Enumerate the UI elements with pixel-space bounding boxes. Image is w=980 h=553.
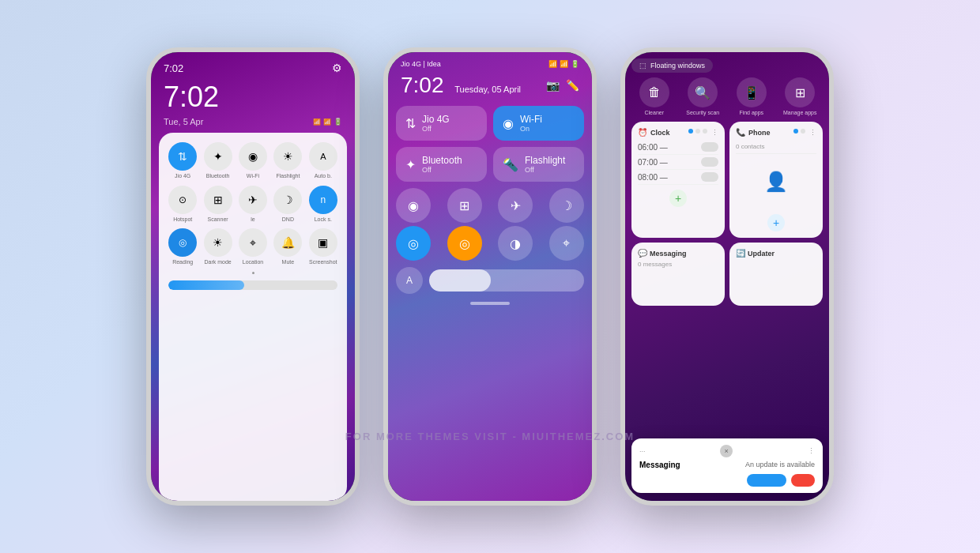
phone-app-icon: 📞 [736, 128, 745, 137]
quick-item-network[interactable]: ⇅ Jio 4G [167, 142, 198, 179]
quick-item-screenshot[interactable]: ▣ Screenshot [307, 228, 339, 265]
popup-text: An update is available [745, 461, 815, 468]
dot2 [695, 129, 700, 134]
wifi-tile-icon: ◉ [503, 116, 514, 131]
dnd-icon: ☽ [273, 186, 302, 214]
phone2-timerow: 7:02 Tuesday, 05 April 📷 ✏️ [396, 70, 584, 101]
findapps-label: Find apps [739, 110, 763, 115]
popup-close-button[interactable]: × [720, 445, 733, 457]
alarm1-toggle[interactable] [701, 142, 718, 152]
quick-item-wifi[interactable]: ◉ Wi-Fi [237, 142, 269, 179]
camera-icon[interactable]: 📷 [546, 79, 560, 92]
phone2-carrier: Jio 4G | Idea [401, 60, 441, 68]
phone1-date: Tue, 5 Apr [164, 117, 203, 126]
quick-item-darkmode[interactable]: ☀ Dark mode [202, 228, 233, 265]
popup-action-btn[interactable] [747, 474, 786, 487]
flashlight-tile-text: Flashlight Off [525, 155, 565, 174]
popup-dots: ··· [639, 447, 646, 455]
brightness-fill [168, 280, 244, 290]
quick-item-auto[interactable]: A Auto b. [307, 142, 339, 179]
quick-label-lock: Lock s. [315, 216, 332, 223]
popup-dismiss-btn[interactable] [791, 474, 815, 487]
more-icon[interactable]: ⋮ [711, 129, 718, 137]
ctrl-eye2[interactable]: ◎ [447, 226, 482, 261]
ctrl-moon[interactable]: ☽ [549, 188, 584, 223]
quick-label-airplane: le [251, 216, 254, 223]
messaging-header: 💬 Messaging [638, 249, 718, 258]
ctrl-contrast[interactable]: ◑ [498, 226, 533, 261]
app-security[interactable]: 🔍 Security scan [680, 77, 726, 115]
control-row2: ◎ ◎ ◑ ⌖ [396, 226, 584, 261]
floating-bar[interactable]: ⬚ Floating windows [631, 58, 713, 73]
quick-item-scanner[interactable]: ⊞ Scanner [202, 186, 233, 223]
quick-label-bluetooth: Bluetooth [206, 173, 230, 179]
messaging-widget: 💬 Messaging 0 messages [631, 243, 725, 306]
control-bluetooth[interactable]: ✦ Bluetooth Off [396, 147, 487, 182]
brightness-fill2 [429, 269, 491, 292]
ctrl-eye[interactable]: ◎ [396, 226, 431, 261]
quick-item-dnd[interactable]: ☽ DND [272, 186, 303, 223]
phone-dots: ⋮ [793, 129, 816, 137]
scanner-icon: ⊞ [204, 186, 232, 214]
app-findapps[interactable]: 📱 Find apps [729, 77, 775, 115]
quick-items-row1: ⇅ Jio 4G ✦ Bluetooth ◉ Wi-Fi ☀ Flashligh… [167, 142, 339, 179]
quick-item-mute[interactable]: 🔔 Mute [272, 228, 303, 265]
app-cleaner[interactable]: 🗑 Cleaner [631, 77, 677, 115]
quick-item-reading[interactable]: ◎ Reading [167, 228, 198, 265]
font-button[interactable]: A [396, 267, 423, 294]
phone1-status-icons: 📶 📶 🔋 [313, 117, 342, 126]
reading-icon: ◎ [168, 228, 197, 257]
quick-item-hotspot[interactable]: ⊙ Hotspot [167, 186, 198, 223]
phone-widget-title: Phone [748, 129, 771, 137]
phone2-statusbar: Jio 4G | Idea 📶 📶 🔋 [396, 52, 584, 70]
phone1-time-small: 7:02 [164, 62, 183, 74]
security-icon: 🔍 [688, 77, 718, 107]
add-alarm-button[interactable]: + [669, 190, 687, 207]
quick-item-flashlight[interactable]: ☀ Flashlight [272, 142, 303, 179]
control-tiles: ⇅ Jio 4G Off ◉ Wi-Fi On ✦ Blu [396, 101, 584, 186]
brightness-bar[interactable] [168, 280, 337, 290]
brightness-slider[interactable] [429, 269, 584, 292]
updater-widget: 🔄 Updater [729, 243, 823, 306]
findapps-icon: 📱 [737, 77, 767, 107]
quick-label-scanner: Scanner [208, 216, 228, 223]
phone-3: ⬚ Floating windows 🗑 Cleaner 🔍 Security … [620, 47, 834, 506]
add-contact-button[interactable]: + [767, 214, 785, 231]
edit-icon[interactable]: ✏️ [566, 79, 579, 92]
network-tile-icon: ⇅ [405, 116, 416, 131]
quick-label-network: Jio 4G [175, 173, 190, 179]
updater-title: Updater [748, 250, 775, 258]
contacts-subtitle: 0 contacts [736, 140, 816, 154]
screenshot-icon: ▣ [309, 228, 337, 257]
app-grid: 🗑 Cleaner 🔍 Security scan 📱 Find apps ⊞ … [631, 77, 823, 115]
phone1-settings-icon[interactable]: ⚙ [332, 62, 342, 74]
control-flashlight[interactable]: 🔦 Flashlight Off [493, 147, 584, 182]
popup-more: ⋮ [808, 447, 815, 455]
messaging-icon: 💬 [638, 249, 647, 258]
alarm3-time: 08:00 — [638, 173, 668, 182]
ctrl-send[interactable]: ⌖ [549, 226, 584, 261]
control-network[interactable]: ⇅ Jio 4G Off [396, 106, 487, 141]
clock-widget-header: ⏰ Clock ⋮ [638, 128, 718, 137]
control-wifi[interactable]: ◉ Wi-Fi On [493, 106, 584, 141]
phone-more-icon[interactable]: ⋮ [809, 129, 816, 137]
quick-item-location[interactable]: ⌖ Location [237, 228, 269, 265]
quick-item-bluetooth[interactable]: ✦ Bluetooth [202, 142, 233, 179]
hotspot-icon: ⊙ [168, 186, 197, 214]
ctrl-airplane[interactable]: ✈ [498, 188, 533, 223]
quick-item-airplane[interactable]: ✈ le [237, 186, 269, 223]
bluetooth-tile-icon: ✦ [405, 157, 416, 172]
darkmode-icon: ☀ [204, 228, 232, 257]
phone1-content: 7:02 ⚙ 7:02 Tue, 5 Apr 📶 📶 🔋 ⇅ Jio 4G [151, 52, 355, 501]
quick-label-hotspot: Hotspot [173, 216, 192, 223]
ctrl-scanner[interactable]: ⊞ [447, 188, 482, 223]
ctrl-wifi[interactable]: ◉ [396, 188, 431, 223]
app-manageapps[interactable]: ⊞ Manage apps [778, 77, 824, 115]
alarm3-toggle[interactable] [701, 172, 718, 182]
quick-label-auto: Auto b. [315, 173, 332, 179]
alarm2-toggle[interactable] [701, 157, 718, 167]
popup-body: Messaging An update is available [639, 461, 815, 469]
alarm2: 07:00 — [638, 155, 718, 170]
quick-item-lock[interactable]: n Lock s. [307, 186, 339, 223]
location-icon: ⌖ [239, 228, 267, 257]
